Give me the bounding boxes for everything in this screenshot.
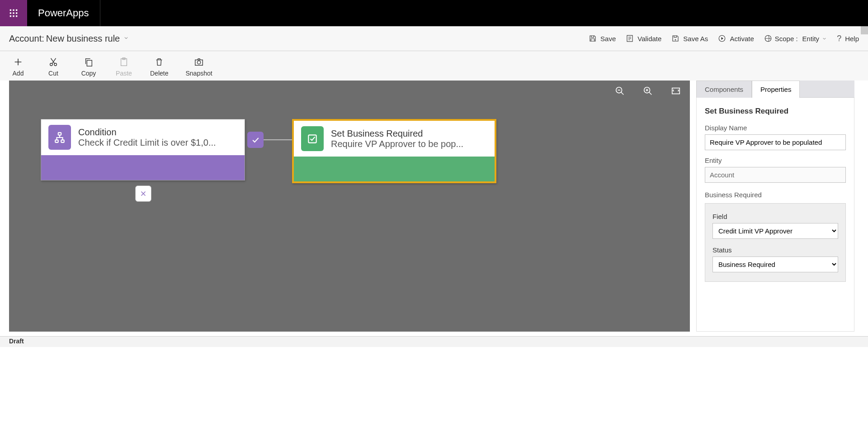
- brand-label: PowerApps: [27, 0, 100, 26]
- add-button[interactable]: Add: [9, 57, 27, 77]
- copy-button[interactable]: Copy: [80, 57, 98, 77]
- svg-rect-23: [55, 140, 58, 142]
- tab-components[interactable]: Components: [696, 81, 752, 98]
- toolbar: Add Cut Copy Paste Delete Snapshot: [0, 51, 868, 81]
- main-area: Condition Check if Credit Limit is over …: [0, 81, 868, 332]
- activate-label: Activate: [730, 35, 754, 43]
- svg-rect-5: [16, 12, 17, 14]
- condition-node[interactable]: Condition Check if Credit Limit is over …: [41, 119, 245, 181]
- properties-panel: Set Business Required Display Name Entit…: [696, 98, 854, 332]
- snapshot-icon: [194, 57, 204, 67]
- svg-rect-8: [16, 15, 17, 17]
- status-text: Draft: [9, 337, 24, 345]
- svg-rect-14: [87, 60, 92, 66]
- save-as-label: Save As: [683, 35, 708, 43]
- svg-rect-7: [13, 15, 14, 17]
- status-label: Status: [712, 246, 838, 254]
- zoom-in-button[interactable]: [643, 86, 653, 97]
- field-select[interactable]: Credit Limit VP Approver: [712, 223, 838, 239]
- check-icon: [251, 135, 260, 144]
- business-required-section: Field Credit Limit VP Approver Status Bu…: [705, 203, 846, 282]
- cut-icon: [48, 57, 58, 67]
- app-launcher-button[interactable]: [0, 0, 27, 26]
- false-branch-badge[interactable]: [135, 185, 151, 202]
- save-icon: [589, 34, 597, 43]
- help-label: Help: [845, 35, 859, 43]
- action-title: Set Business Required: [331, 128, 485, 139]
- status-bar: Draft: [0, 336, 868, 347]
- svg-rect-1: [13, 10, 14, 11]
- action-subtitle: Require VP Approver to be pop...: [331, 139, 485, 149]
- action-drop-zone[interactable]: [294, 157, 495, 181]
- add-icon: [13, 57, 23, 67]
- field-label: Field: [712, 213, 838, 220]
- scope-icon: [764, 34, 772, 43]
- save-button[interactable]: Save: [589, 34, 616, 43]
- chevron-down-icon: [123, 35, 129, 42]
- scope-value: Entity: [802, 35, 820, 43]
- validate-button[interactable]: Validate: [626, 34, 661, 43]
- display-name-label: Display Name: [705, 124, 846, 132]
- right-panel: Components Properties Set Business Requi…: [696, 81, 854, 332]
- scrollbar[interactable]: [861, 26, 868, 34]
- help-button[interactable]: ? Help: [837, 34, 859, 43]
- save-as-button[interactable]: Save As: [671, 34, 708, 43]
- copy-icon: [84, 57, 94, 67]
- scope-label-text: Scope :: [775, 35, 798, 43]
- cut-button[interactable]: Cut: [44, 57, 62, 77]
- condition-subtitle: Check if Credit Limit is over $1,0...: [78, 138, 232, 148]
- svg-rect-0: [10, 10, 11, 11]
- condition-title: Condition: [78, 127, 232, 138]
- waffle-icon: [9, 9, 18, 18]
- activate-button[interactable]: Activate: [718, 34, 754, 43]
- zoom-out-button[interactable]: [615, 86, 625, 97]
- activate-icon: [718, 34, 726, 43]
- tab-properties[interactable]: Properties: [752, 81, 800, 98]
- svg-rect-24: [61, 140, 64, 142]
- svg-rect-6: [10, 15, 11, 17]
- save-label: Save: [600, 35, 616, 43]
- svg-rect-25: [308, 135, 316, 143]
- panel-heading: Set Business Required: [705, 107, 846, 116]
- svg-rect-3: [10, 12, 11, 14]
- delete-button[interactable]: Delete: [150, 57, 168, 77]
- svg-rect-2: [16, 10, 17, 11]
- chevron-down-icon: [822, 36, 827, 41]
- paste-button: Paste: [115, 57, 133, 77]
- true-branch-badge[interactable]: [247, 132, 264, 148]
- delete-icon: [154, 57, 164, 67]
- condition-drop-zone[interactable]: [41, 155, 245, 180]
- display-name-input[interactable]: [705, 134, 846, 150]
- save-as-icon: [671, 34, 679, 43]
- breadcrumb-entity: Account:: [9, 33, 44, 44]
- svg-rect-22: [58, 133, 61, 135]
- fit-to-screen-button[interactable]: [671, 86, 681, 97]
- breadcrumb[interactable]: Account: New business rule: [9, 33, 129, 44]
- paste-icon: [119, 57, 129, 67]
- designer-canvas[interactable]: Condition Check if Credit Limit is over …: [9, 81, 690, 332]
- svg-point-18: [197, 61, 200, 64]
- entity-input: [705, 167, 846, 183]
- command-bar: Account: New business rule Save Validate…: [0, 26, 868, 51]
- help-icon: ?: [837, 34, 841, 43]
- close-icon: [139, 190, 147, 198]
- breadcrumb-name: New business rule: [46, 33, 120, 44]
- status-select[interactable]: Business Required: [712, 257, 838, 272]
- validate-label: Validate: [637, 35, 661, 43]
- validate-icon: [626, 34, 634, 43]
- snapshot-button[interactable]: Snapshot: [185, 57, 212, 77]
- scope-selector[interactable]: Scope : Entity: [764, 34, 827, 43]
- condition-icon: [48, 125, 71, 150]
- svg-rect-4: [13, 12, 14, 14]
- panel-tabs: Components Properties: [696, 81, 854, 98]
- entity-label: Entity: [705, 157, 846, 164]
- set-required-icon: [301, 126, 324, 151]
- action-node[interactable]: Set Business Required Require VP Approve…: [292, 119, 496, 183]
- section-title: Business Required: [705, 191, 846, 199]
- top-bar: PowerApps: [0, 0, 868, 26]
